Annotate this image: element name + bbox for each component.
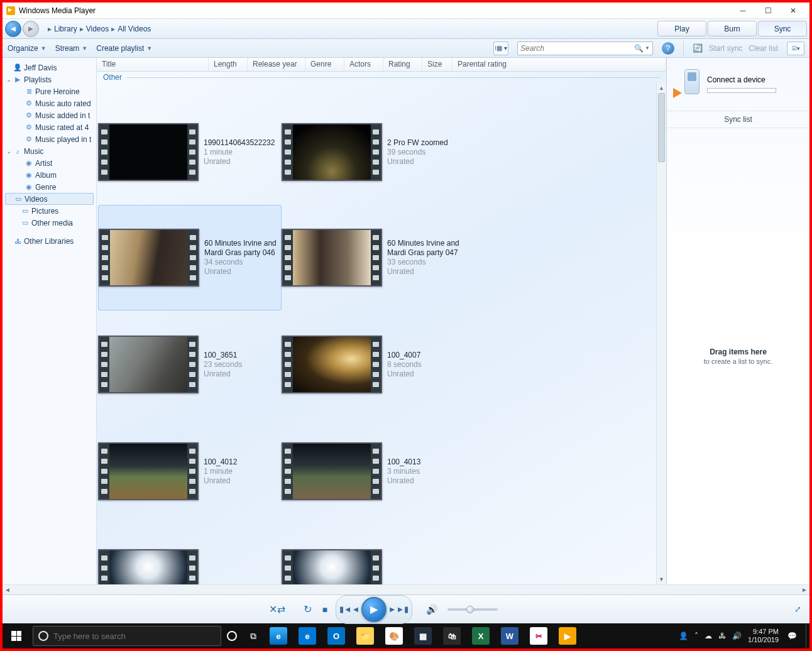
tree-user[interactable]: 👤Jeff Davis (3, 62, 96, 74)
video-thumbnail[interactable] (99, 229, 199, 287)
chevron-down-icon[interactable]: ▼ (645, 45, 650, 51)
app-ie[interactable]: e (264, 623, 293, 648)
video-item[interactable] (98, 525, 282, 584)
start-sync-button[interactable]: Start sync (709, 44, 742, 53)
tray-chevron-up-icon[interactable]: ˄ (694, 632, 698, 640)
search-box[interactable]: 🔍▼ (517, 41, 653, 55)
col-rating[interactable]: Rating (383, 58, 422, 71)
app-paint[interactable]: 🎨 (380, 623, 409, 648)
back-button[interactable]: ◄ (5, 21, 21, 37)
scroll-right-button[interactable]: ► (799, 586, 809, 593)
video-item[interactable]: 100_365123 secondsUnrated (98, 312, 282, 417)
video-thumbnail[interactable] (98, 549, 199, 584)
crumb-allvideos[interactable]: All Videos (118, 25, 151, 33)
stop-button[interactable]: ■ (316, 601, 334, 618)
col-size[interactable]: Size (422, 58, 453, 71)
organize-menu[interactable]: Organize▼ (8, 44, 47, 53)
horizontal-scrollbar[interactable]: ◄ ► (3, 584, 809, 594)
help-button[interactable]: ? (662, 42, 674, 55)
start-button[interactable] (3, 623, 30, 648)
video-item[interactable]: 60 Minutes Irvine and Mardi Gras party 0… (282, 205, 465, 310)
show-desktop-button[interactable] (806, 623, 809, 648)
video-thumbnail[interactable] (98, 442, 199, 500)
clock[interactable]: 9:47 PM 1/10/2019 (748, 628, 781, 644)
col-genre[interactable]: Genre (305, 58, 344, 71)
col-title[interactable]: Title (97, 58, 209, 71)
volume-slider[interactable] (447, 608, 498, 611)
group-header[interactable]: Other (97, 72, 666, 83)
col-parental[interactable]: Parental rating (453, 58, 666, 71)
repeat-button[interactable]: ↻ (299, 601, 316, 618)
crumb-videos[interactable]: Videos (86, 25, 109, 33)
forward-button[interactable]: ► (23, 21, 39, 37)
search-input[interactable] (520, 44, 634, 53)
switch-to-now-playing-button[interactable]: ⤢ (792, 604, 803, 615)
tree-playlists[interactable]: ⌄▶Playlists (3, 74, 96, 85)
shuffle-button[interactable]: ✕⇄ (268, 601, 286, 618)
app-calculator[interactable]: ▦ (409, 623, 437, 648)
system-tray[interactable]: 👤 ˄ ☁ 🖧 🔊 9:47 PM 1/10/2019 💬 (674, 628, 802, 644)
play-button[interactable]: ▶ (361, 597, 387, 622)
stream-menu[interactable]: Stream▼ (55, 44, 88, 53)
clear-list-button[interactable]: Clear list (749, 44, 778, 53)
tab-burn[interactable]: Burn (708, 21, 757, 36)
taskbar-search[interactable] (33, 626, 221, 646)
task-view-button[interactable]: ⧉ (243, 631, 264, 642)
tree-music[interactable]: ⌄♪Music (3, 145, 96, 157)
video-item[interactable]: 199011406435222321 minuteUnrated (98, 99, 282, 205)
cortana-button[interactable] (221, 631, 243, 641)
view-options-button[interactable]: ⁞▦ ▾ (493, 41, 508, 55)
tree-playlist-item[interactable]: ⚙Music auto rated (3, 97, 96, 109)
search-icon[interactable]: 🔍 (634, 44, 644, 53)
scroll-left-button[interactable]: ◄ (3, 586, 13, 593)
sync-options-button[interactable]: ☑▾ (787, 41, 804, 55)
video-thumbnail[interactable] (282, 336, 382, 393)
close-button[interactable]: ✕ (781, 4, 806, 17)
tree-artist[interactable]: ◉Artist (3, 157, 96, 169)
app-outlook[interactable]: O (322, 623, 351, 648)
app-store[interactable]: 🛍 (437, 623, 466, 648)
app-snip[interactable]: ✂ (524, 623, 553, 648)
network-tray-icon[interactable]: 🖧 (718, 632, 726, 640)
tree-playlist-item[interactable]: ⚙Music added in t (3, 109, 96, 121)
tree-pictures[interactable]: ▭Pictures (3, 205, 96, 217)
sync-drop-area[interactable]: Drag items here to create a list to sync… (667, 128, 809, 584)
app-word[interactable]: W (495, 623, 524, 648)
people-icon[interactable]: 👤 (679, 632, 688, 640)
col-length[interactable]: Length (209, 58, 248, 71)
next-button[interactable]: ►►▮ (389, 603, 408, 616)
col-release[interactable]: Release year (248, 58, 305, 71)
action-center-icon[interactable]: 💬 (787, 632, 797, 640)
scroll-up-button[interactable]: ▲ (657, 83, 666, 93)
video-item[interactable]: 100_40121 minuteUnrated (98, 418, 282, 524)
volume-knob[interactable] (466, 606, 474, 613)
video-thumbnail[interactable] (98, 336, 199, 393)
volume-tray-icon[interactable]: 🔊 (732, 632, 742, 640)
video-item[interactable]: 100_40133 minutesUnrated (282, 418, 465, 524)
tree-other-libraries[interactable]: 🖧Other Libraries (3, 235, 96, 247)
previous-button[interactable]: ▮◄◄ (340, 603, 359, 616)
tree-other-media[interactable]: ▭Other media (3, 217, 96, 229)
tree-playlist-item[interactable]: ⚙Music rated at 4 (3, 121, 96, 133)
minimize-button[interactable]: ─ (730, 4, 755, 17)
mute-button[interactable]: 🔊 (423, 601, 441, 618)
scroll-down-button[interactable]: ▼ (657, 574, 666, 584)
tree-playlist-item[interactable]: ⚙Music played in t (3, 133, 96, 145)
scroll-thumb[interactable] (658, 93, 665, 162)
taskbar-search-input[interactable] (53, 632, 216, 641)
video-thumbnail[interactable] (282, 229, 382, 287)
tab-sync[interactable]: Sync (758, 21, 807, 36)
video-item[interactable] (282, 525, 465, 584)
vertical-scrollbar[interactable]: ▲ ▼ (656, 83, 666, 584)
crumb-library[interactable]: Library (54, 25, 77, 33)
tree-genre[interactable]: ◉Genre (3, 181, 96, 193)
tab-play[interactable]: Play (657, 21, 706, 36)
tree-album[interactable]: ◉Album (3, 169, 96, 181)
app-excel[interactable]: X (466, 623, 495, 648)
video-item[interactable]: 100_40078 secondsUnrated (282, 312, 465, 417)
video-item[interactable]: 2 Pro FW zoomed39 secondsUnrated (282, 99, 465, 205)
video-thumbnail[interactable] (98, 123, 199, 181)
app-edge[interactable]: e (293, 623, 322, 648)
app-explorer[interactable]: 📁 (351, 623, 380, 648)
video-thumbnail[interactable] (282, 549, 382, 584)
